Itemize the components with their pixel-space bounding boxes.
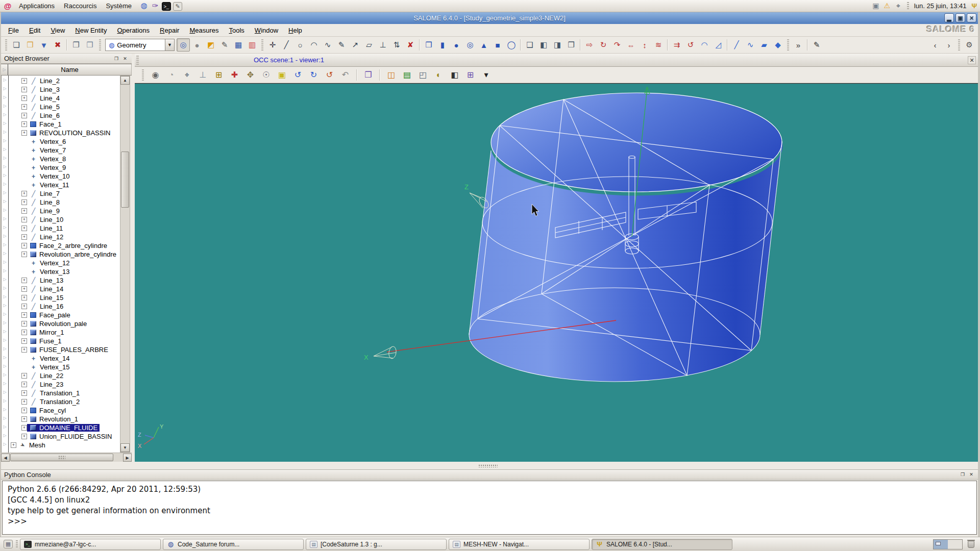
expand-icon[interactable]: + <box>21 434 27 439</box>
torus-primitive-icon[interactable]: ◎ <box>463 38 477 52</box>
expand-icon[interactable]: + <box>21 330 27 335</box>
scroll-up-icon[interactable]: ▲ <box>120 76 130 85</box>
rotation-icon[interactable]: ↶ <box>339 68 352 81</box>
desktop-menu-applications[interactable]: Applications <box>14 1 59 11</box>
module-selector[interactable]: ◍ Geometry ▼ <box>105 39 175 51</box>
table-row[interactable]: +Vertex_9 <box>9 163 120 172</box>
change-rotation-point-icon[interactable]: ☉ <box>260 68 273 81</box>
close-panel-icon[interactable]: ✕ <box>121 55 129 62</box>
table-row[interactable]: +Union_FLUIDE_BASSIN <box>9 432 120 441</box>
tree-header-name[interactable]: Name <box>8 64 132 75</box>
create-plane-icon[interactable]: ▱ <box>362 38 376 52</box>
menu-help[interactable]: Help <box>283 25 307 36</box>
tree-horizontal-scrollbar[interactable]: ◀ ▶ <box>1 453 132 462</box>
update-warning-icon[interactable]: ⚠ <box>883 2 892 10</box>
table-row[interactable]: +Vertex_10 <box>9 172 120 181</box>
view-presets-icon[interactable]: ⊞ <box>464 68 477 81</box>
minimize-button[interactable]: ▂ <box>944 13 954 22</box>
table-row[interactable]: +FUSE_PALES_ARBRE <box>9 345 120 354</box>
change-background-icon[interactable]: ◧ <box>448 68 461 81</box>
table-row[interactable]: +REVOLUTION_BASSIN <box>9 129 120 137</box>
table-row[interactable]: +╱Translation_2 <box>9 397 120 406</box>
trash-icon[interactable] <box>968 541 974 548</box>
table-row[interactable]: +➤Mesh <box>9 441 120 449</box>
build-face-icon[interactable]: ▰ <box>757 38 771 52</box>
expand-icon[interactable]: + <box>21 113 27 118</box>
float-panel-icon[interactable]: ❐ <box>959 471 966 478</box>
salome-tray-icon[interactable]: Ψ <box>971 2 977 10</box>
ellipse-primitive-icon[interactable]: ◯ <box>505 38 518 52</box>
disk-primitive-icon[interactable]: ■ <box>491 38 504 52</box>
workspace-switcher[interactable] <box>933 539 963 549</box>
scroll-left-icon[interactable]: ‹ <box>928 38 942 52</box>
scroll-right-icon[interactable]: ▶ <box>123 454 132 462</box>
create-arc-icon[interactable]: ◠ <box>307 38 321 52</box>
close-button[interactable]: ✕ <box>967 13 976 22</box>
table-row[interactable]: +╱Line_7 <box>9 189 120 198</box>
mirror-icon[interactable]: ⇔ <box>624 38 638 52</box>
sphere-primitive-icon[interactable]: ● <box>450 38 463 52</box>
password-keyring-icon[interactable]: ⌖ <box>894 2 903 10</box>
build-shell-icon[interactable]: ◆ <box>771 38 785 52</box>
expand-icon[interactable]: + <box>21 425 27 431</box>
window-titlebar[interactable]: SALOME 6.4.0 - [Study_geometrie_simple3-… <box>1 12 978 24</box>
expand-icon[interactable]: + <box>21 416 27 422</box>
graphics-app-icon[interactable]: ✑ <box>151 1 160 10</box>
expand-icon[interactable]: + <box>21 130 27 136</box>
edit-document-icon[interactable]: ✎ <box>218 38 231 52</box>
float-panel-icon[interactable]: ❐ <box>113 55 120 62</box>
interaction-style-icon[interactable]: ◔ <box>165 68 178 81</box>
panning-icon[interactable]: ✚ <box>228 68 241 81</box>
menu-new-entity[interactable]: New Entity <box>70 25 112 36</box>
table-row[interactable]: +Mirror_1 <box>9 328 120 337</box>
expand-icon[interactable]: + <box>21 373 27 379</box>
toolbar-dropdown-icon[interactable]: ▾ <box>480 68 493 81</box>
rotation-icon[interactable]: ↻ <box>597 38 610 52</box>
create-curve-icon[interactable]: ∿ <box>321 38 334 52</box>
task-button[interactable]: ◍Code_Saturne forum... <box>163 539 304 550</box>
expand-icon[interactable]: + <box>21 243 27 248</box>
expand-icon[interactable]: + <box>21 390 27 396</box>
chamfer-icon[interactable]: ◿ <box>712 38 725 52</box>
expand-icon[interactable]: + <box>21 338 27 344</box>
browser-icon[interactable]: ◍ <box>139 1 149 10</box>
open-document-icon[interactable]: ❒ <box>23 38 37 52</box>
cone-primitive-icon[interactable]: ▲ <box>477 38 491 52</box>
module-combo-box[interactable]: ◍ Geometry <box>105 39 165 51</box>
table-row[interactable]: +╱Line_2 <box>9 77 120 85</box>
expand-icon[interactable]: + <box>21 286 27 292</box>
table-row[interactable]: +Vertex_6 <box>9 137 120 146</box>
notebook-icon[interactable]: ◩ <box>204 38 217 52</box>
close-document-icon[interactable]: ✖ <box>51 38 64 52</box>
table-row[interactable]: +Vertex_15 <box>9 363 120 371</box>
task-button[interactable]: ▤[CodeSaturne 1.3 : g... <box>306 539 447 550</box>
table-row[interactable]: +╱Line_10 <box>9 215 120 224</box>
fit-all-icon[interactable]: ⊥ <box>197 68 209 81</box>
cylinder-primitive-icon[interactable]: ▮ <box>436 38 449 52</box>
table-row[interactable]: +Revolution_pale <box>9 319 120 328</box>
maximize-button[interactable]: ▣ <box>955 13 965 22</box>
clone-view-icon[interactable]: ❐ <box>362 68 375 81</box>
new-document-icon[interactable]: ❏ <box>10 38 23 52</box>
create-vector-icon[interactable]: ↗ <box>349 38 362 52</box>
task-button[interactable]: ▤MESH-NEW - Navigat... <box>449 539 590 550</box>
mesh-grid-icon[interactable]: ▦ <box>232 38 245 52</box>
save-document-icon[interactable]: ▼ <box>37 38 51 52</box>
table-row[interactable]: +╱Line_14 <box>9 285 120 293</box>
ambient-light-icon[interactable]: ◐ <box>432 68 445 81</box>
viewer-canvas[interactable]: X Z Y Z X <box>135 83 978 462</box>
table-row[interactable]: +Vertex_11 <box>9 181 120 189</box>
graduated-axes-icon[interactable]: ◰ <box>416 68 429 81</box>
shapes-module-icon[interactable]: ◎ <box>177 38 190 52</box>
display-points-icon[interactable]: ● <box>190 38 204 52</box>
table-row[interactable]: +╱Line_13 <box>9 276 120 285</box>
table-row[interactable]: +Vertex_7 <box>9 146 120 155</box>
offset-icon[interactable]: ≋ <box>652 38 665 52</box>
local-cs-icon[interactable]: ⊥ <box>376 38 389 52</box>
reset-view-icon[interactable]: ↺ <box>323 68 336 81</box>
table-row[interactable]: +DOMAINE_FLUIDE <box>9 423 120 432</box>
display-settings-icon[interactable]: ▣ <box>871 2 880 10</box>
copy-icon[interactable]: ❐ <box>69 38 83 52</box>
settings-wrench-icon[interactable]: ⚙ <box>963 38 976 52</box>
expand-icon[interactable]: + <box>21 217 27 222</box>
